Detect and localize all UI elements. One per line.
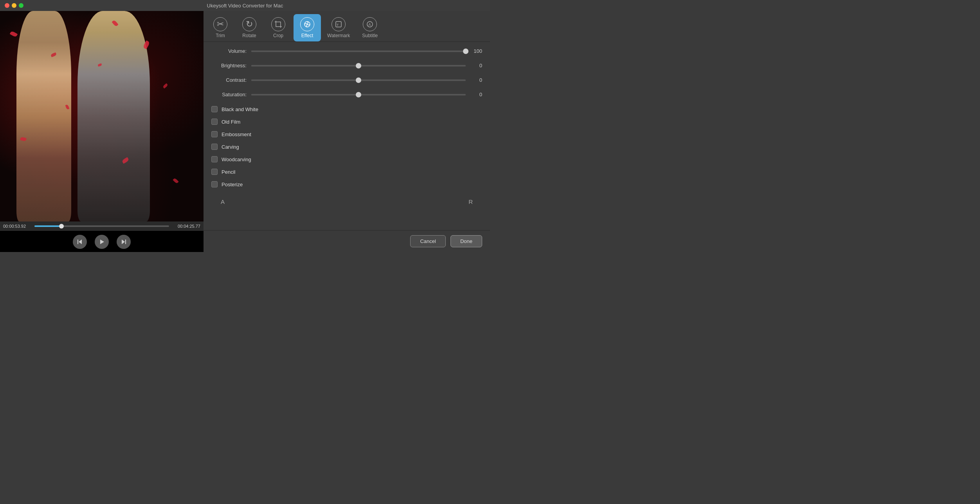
figure-right [77, 11, 150, 221]
progress-bar-container: 00:00:53.92 00:04:25.77 [3, 224, 200, 229]
figure-left [16, 11, 71, 221]
tab-rotate[interactable]: ↻ Rotate [236, 14, 263, 41]
tab-subtitle-label: Subtitle [362, 33, 378, 38]
right-panel: ✂ Trim ↻ Rotate Crop Effect [204, 11, 490, 252]
checkbox-oldfilm-row: Old Film [211, 119, 482, 125]
video-player [0, 11, 204, 221]
checkbox-pencil-row: Pencil [211, 169, 482, 175]
contrast-label: Contrast: [211, 77, 247, 83]
progress-thumb[interactable] [59, 224, 64, 229]
tab-watermark[interactable]: T Watermark [322, 14, 355, 41]
prev-button[interactable] [73, 235, 87, 249]
brightness-thumb[interactable] [356, 63, 361, 68]
checkbox-oldfilm-label: Old Film [222, 119, 240, 125]
watermark-icon: T [331, 17, 346, 31]
tab-trim[interactable]: ✂ Trim [207, 14, 234, 41]
svg-rect-3 [125, 239, 126, 244]
video-controls-bar: 00:00:53.92 00:04:25.77 [0, 221, 204, 231]
toolbar-tabs: ✂ Trim ↻ Rotate Crop Effect [204, 11, 490, 42]
next-button[interactable] [117, 235, 131, 249]
trim-icon: ✂ [213, 17, 227, 31]
footer-bar: Cancel Done [204, 230, 490, 252]
video-section: 00:00:53.92 00:04:25.77 [0, 11, 204, 252]
tab-effect[interactable]: Effect [294, 14, 321, 41]
checkbox-bw[interactable] [211, 106, 218, 112]
crop-icon [271, 17, 285, 31]
brightness-label: Brightness: [211, 63, 247, 68]
volume-fill [251, 50, 466, 52]
progress-track[interactable] [34, 225, 169, 227]
tab-crop-label: Crop [273, 33, 283, 38]
effects-panel: Volume: 100 Brightness: 0 Contrast: [204, 42, 490, 230]
contrast-slider-row: Contrast: 0 [211, 77, 482, 83]
titlebar: Ukeysoft Video Converter for Mac [0, 0, 490, 11]
saturation-thumb[interactable] [356, 92, 361, 97]
playback-controls [0, 231, 204, 252]
brightness-value: 0 [470, 63, 482, 68]
rotate-icon: ↻ [242, 17, 256, 31]
saturation-fill [251, 94, 358, 95]
volume-track[interactable] [251, 50, 466, 52]
checkbox-section: Black and White Old Film Embossment Carv… [211, 106, 482, 187]
traffic-lights [5, 3, 23, 8]
saturation-slider-row: Saturation: 0 [211, 92, 482, 97]
checkbox-carving-row: Carving [211, 144, 482, 150]
checkbox-embossment-row: Embossment [211, 131, 482, 137]
done-button[interactable]: Done [450, 235, 482, 247]
svg-marker-2 [100, 239, 104, 244]
tab-subtitle[interactable]: A Subtitle [356, 14, 384, 41]
brightness-track[interactable] [251, 65, 466, 67]
svg-text:A: A [368, 22, 371, 27]
tab-trim-label: Trim [216, 33, 225, 38]
volume-label: Volume: [211, 48, 247, 54]
volume-value: 100 [470, 48, 482, 54]
svg-rect-0 [77, 239, 78, 244]
tab-watermark-label: Watermark [327, 33, 350, 38]
checkbox-woodcarving-label: Woodcarving [222, 157, 251, 162]
tab-effect-label: Effect [301, 33, 313, 38]
reset-button[interactable]: R [465, 197, 476, 207]
checkbox-oldfilm[interactable] [211, 119, 218, 125]
progress-fill [34, 225, 61, 227]
app-title: Ukeysoft Video Converter for Mac [207, 3, 283, 9]
brightness-fill [251, 65, 358, 67]
volume-slider-row: Volume: 100 [211, 48, 482, 54]
effect-icon [300, 17, 314, 31]
tab-crop[interactable]: Crop [265, 14, 292, 41]
contrast-fill [251, 79, 358, 81]
checkbox-pencil-label: Pencil [222, 169, 235, 175]
svg-marker-1 [79, 239, 82, 244]
checkbox-woodcarving-row: Woodcarving [211, 156, 482, 162]
contrast-value: 0 [470, 77, 482, 83]
subtitle-icon: A [363, 17, 377, 31]
checkbox-bw-label: Black and White [222, 106, 258, 112]
cancel-button[interactable]: Cancel [410, 235, 445, 247]
checkbox-woodcarving[interactable] [211, 156, 218, 162]
checkbox-posterize-label: Posterize [222, 182, 243, 187]
close-button[interactable] [5, 3, 9, 8]
saturation-label: Saturation: [211, 92, 247, 97]
checkbox-carving-label: Carving [222, 144, 239, 150]
tab-rotate-label: Rotate [242, 33, 256, 38]
minimize-button[interactable] [12, 3, 16, 8]
checkbox-pencil[interactable] [211, 169, 218, 175]
checkbox-posterize-row: Posterize [211, 181, 482, 187]
volume-thumb[interactable] [463, 49, 468, 54]
apply-all-button[interactable]: A [218, 197, 228, 207]
checkbox-bw-row: Black and White [211, 106, 482, 112]
checkbox-posterize[interactable] [211, 181, 218, 187]
checkbox-embossment[interactable] [211, 131, 218, 137]
checkbox-carving[interactable] [211, 144, 218, 150]
saturation-value: 0 [470, 92, 482, 97]
contrast-thumb[interactable] [356, 77, 361, 83]
total-time: 00:04:25.77 [172, 224, 200, 229]
saturation-track[interactable] [251, 94, 466, 95]
svg-rect-5 [276, 22, 281, 27]
effect-bottom-row: A R [211, 194, 482, 211]
svg-text:T: T [337, 23, 339, 27]
play-button[interactable] [95, 235, 109, 249]
contrast-track[interactable] [251, 79, 466, 81]
maximize-button[interactable] [19, 3, 23, 8]
checkbox-embossment-label: Embossment [222, 131, 251, 137]
main-area: 00:00:53.92 00:04:25.77 ✂ [0, 11, 490, 252]
